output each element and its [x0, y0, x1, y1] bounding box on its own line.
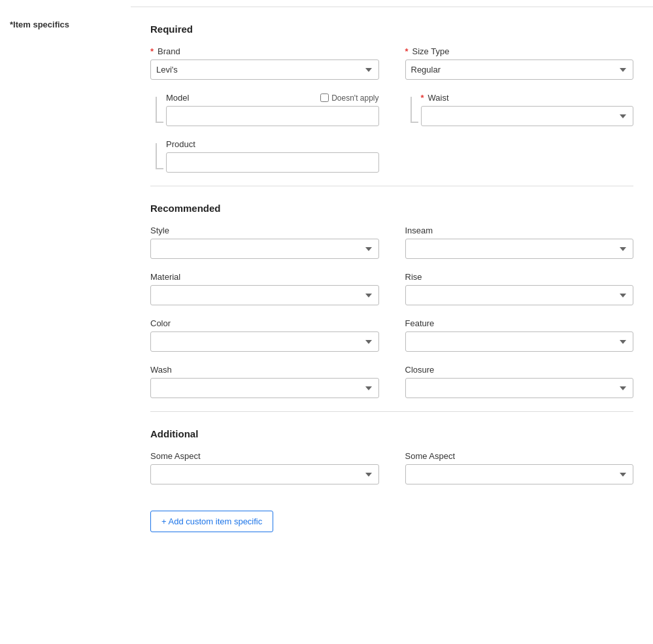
rise-col: Rise Low Mid High: [405, 272, 634, 305]
doesnt-apply-label: Doesn't apply: [331, 93, 378, 103]
inseam-col: Inseam 28" 30" 32" 34": [405, 226, 634, 259]
product-label-text: Product: [166, 139, 195, 149]
material-col: Material Cotton Denim Polyester Blend: [150, 272, 379, 305]
closure-label: Closure: [405, 365, 634, 375]
required-heading: Required: [150, 24, 633, 35]
brand-label-text: Brand: [158, 46, 180, 56]
feature-label-text: Feature: [405, 318, 435, 328]
model-label: Model Doesn't apply: [166, 93, 379, 103]
brand-required-star: *: [150, 46, 154, 56]
model-col: Model Doesn't apply: [150, 93, 379, 126]
style-col: Style Slim Straight Boot Cut Relaxed Ski…: [150, 226, 379, 259]
size-type-label-text: Size Type: [412, 46, 450, 56]
material-label-text: Material: [150, 272, 180, 282]
product-spacer: [405, 139, 634, 173]
style-inseam-row: Style Slim Straight Boot Cut Relaxed Ski…: [150, 226, 633, 259]
style-select[interactable]: Slim Straight Boot Cut Relaxed Skinny: [150, 239, 379, 259]
some-aspect-1-select[interactable]: [150, 464, 379, 484]
rise-label: Rise: [405, 272, 634, 282]
closure-col: Closure Button Zip Drawstring: [405, 365, 634, 398]
closure-label-text: Closure: [405, 365, 435, 375]
wash-select[interactable]: Light Medium Dark Stone: [150, 378, 379, 398]
waist-label-text: Waist: [428, 93, 449, 103]
required-divider: [150, 186, 633, 186]
brand-sizetype-row: * Brand Levi's Wrangler Lee Diesel Guess…: [150, 46, 633, 80]
item-specifics-label: *Item specifics: [10, 20, 121, 29]
product-label: Product: [166, 139, 379, 149]
brand-select[interactable]: Levi's Wrangler Lee Diesel Guess: [150, 59, 379, 80]
add-custom-item-specific-button[interactable]: + Add custom item specific: [150, 511, 273, 532]
doesnt-apply-group: Doesn't apply: [320, 93, 378, 103]
waist-select[interactable]: 28 30 32 34 36 38 40: [421, 106, 634, 126]
style-label: Style: [150, 226, 379, 235]
product-input[interactable]: [166, 152, 379, 173]
color-label-text: Color: [150, 318, 171, 328]
recommended-divider: [150, 411, 633, 412]
model-input[interactable]: [166, 106, 379, 126]
some-aspect-2-label-text: Some Aspect: [405, 451, 456, 461]
rise-label-text: Rise: [405, 272, 422, 282]
wash-col: Wash Light Medium Dark Stone: [150, 365, 379, 398]
some-aspect-2-col: Some Aspect: [405, 451, 634, 484]
brand-col: * Brand Levi's Wrangler Lee Diesel Guess: [150, 46, 379, 80]
recommended-heading: Recommended: [150, 203, 633, 214]
inseam-select[interactable]: 28" 30" 32" 34": [405, 239, 634, 259]
wash-closure-row: Wash Light Medium Dark Stone Closure But…: [150, 365, 633, 398]
material-label: Material: [150, 272, 379, 282]
some-aspect-row: Some Aspect Some Aspect: [150, 451, 633, 484]
model-label-text: Model: [166, 93, 189, 103]
inseam-label-text: Inseam: [405, 226, 433, 235]
material-rise-row: Material Cotton Denim Polyester Blend Ri…: [150, 272, 633, 305]
model-indent-bracket: [156, 93, 163, 126]
some-aspect-2-label: Some Aspect: [405, 451, 634, 461]
style-label-text: Style: [150, 226, 169, 235]
waist-required-star: *: [421, 93, 424, 103]
rise-select[interactable]: Low Mid High: [405, 285, 634, 305]
color-feature-row: Color Blue Black White Grey Dark Blue Fe…: [150, 318, 633, 352]
color-col: Color Blue Black White Grey Dark Blue: [150, 318, 379, 352]
waist-indent-bracket: [410, 93, 418, 126]
some-aspect-1-col: Some Aspect: [150, 451, 379, 484]
some-aspect-2-select[interactable]: [405, 464, 634, 484]
doesnt-apply-checkbox[interactable]: [320, 93, 329, 102]
product-indent-bracket: [156, 139, 163, 173]
size-type-select[interactable]: Regular Petite Plus Tall: [405, 59, 634, 80]
model-waist-row: Model Doesn't apply * Waist: [150, 93, 633, 126]
material-select[interactable]: Cotton Denim Polyester Blend: [150, 285, 379, 305]
closure-select[interactable]: Button Zip Drawstring: [405, 378, 634, 398]
size-type-col: * Size Type Regular Petite Plus Tall: [405, 46, 634, 80]
product-col: Product: [150, 139, 379, 173]
wash-label-text: Wash: [150, 365, 172, 375]
color-select[interactable]: Blue Black White Grey Dark Blue: [150, 331, 379, 352]
feature-select[interactable]: Distressed Faded Stretch Embroidered: [405, 331, 634, 352]
size-type-required-star: *: [405, 46, 409, 56]
inseam-label: Inseam: [405, 226, 634, 235]
waist-col: * Waist 28 30 32 34 36 38 40: [405, 93, 634, 126]
some-aspect-1-label: Some Aspect: [150, 451, 379, 461]
waist-label: * Waist: [421, 93, 634, 103]
size-type-label: * Size Type: [405, 46, 634, 56]
main-content: Required * Brand Levi's Wrangler Lee Die…: [131, 7, 653, 637]
product-row: Product: [150, 139, 633, 173]
some-aspect-1-label-text: Some Aspect: [150, 451, 201, 461]
additional-heading: Additional: [150, 428, 633, 439]
brand-label: * Brand: [150, 46, 379, 56]
wash-label: Wash: [150, 365, 379, 375]
color-label: Color: [150, 318, 379, 328]
feature-label: Feature: [405, 318, 634, 328]
add-custom-container: + Add custom item specific: [150, 498, 633, 532]
feature-col: Feature Distressed Faded Stretch Embroid…: [405, 318, 634, 352]
